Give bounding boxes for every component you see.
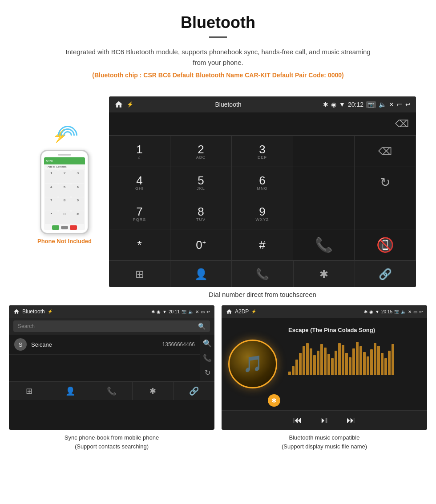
- phonebook-android-screen: Bluetooth ⚡ ✱ ◉ ▼ 20:11 📷 🔈 ✕ ▭ ↩: [9, 305, 214, 430]
- pb-status-bar: Bluetooth ⚡ ✱ ◉ ▼ 20:11 📷 🔈 ✕ ▭ ↩: [9, 305, 214, 318]
- pb-nav-contacts[interactable]: 👤: [50, 382, 92, 400]
- call-green-button[interactable]: 📞: [293, 229, 355, 260]
- eq-bar: [306, 343, 309, 375]
- end-call-icon: 📵: [376, 236, 394, 253]
- pb-right-icons: 🔍 📞 ↻: [200, 335, 214, 381]
- call-red-button[interactable]: 📵: [355, 229, 416, 260]
- dial-key-0[interactable]: 0+: [170, 229, 232, 260]
- dial-key-3[interactable]: 3 DEF: [232, 136, 293, 167]
- specs-text: (Bluetooth chip : CSR BC6 Default Blueto…: [27, 72, 409, 79]
- phone-dial-grid: 1 2 3 4 5 6 7 8 9 * 0 #: [44, 169, 85, 225]
- pb-list-area: S Seicane 13566664466 🔍 📞 ↻: [9, 335, 214, 381]
- title-divider: [209, 36, 227, 38]
- refresh-icon: ↻: [380, 175, 390, 190]
- music-song-title: Escape (The Pina Colada Song): [288, 327, 423, 333]
- dial-key-2[interactable]: 2 ABC: [170, 136, 232, 167]
- pb-nav-dialpad[interactable]: ⊞: [9, 382, 50, 400]
- pb-nav-link[interactable]: 🔗: [174, 382, 214, 400]
- music-vol-icon: 🔈: [401, 309, 406, 314]
- dial-key-4[interactable]: 4 GHI: [109, 167, 170, 198]
- phone-call-btn: [52, 225, 59, 230]
- dial-backspace-key[interactable]: ⌫: [355, 136, 416, 167]
- phone-image: M:20 + Add to Contacts 1 2 3 4 5 6 7 8 9…: [40, 150, 89, 234]
- pb-search-bar: Search 🔍: [9, 318, 214, 335]
- eq-bar: [295, 360, 298, 375]
- eq-bar: [359, 346, 362, 375]
- dial-empty-3: [293, 198, 355, 229]
- dial-key-hash[interactable]: #: [232, 229, 293, 260]
- eq-bar: [320, 344, 323, 375]
- music-back-icon: ↩: [419, 309, 423, 314]
- phone-dial-cell: 7: [45, 197, 58, 211]
- eq-bar: [356, 342, 359, 375]
- eq-bar: [335, 351, 337, 375]
- pb-home-icon: [13, 308, 20, 315]
- status-left: ⚡: [114, 100, 133, 109]
- phonebook-screen-wrap: Bluetooth ⚡ ✱ ◉ ▼ 20:11 📷 🔈 ✕ ▭ ↩: [9, 305, 214, 451]
- pb-vol-icon: 🔈: [188, 309, 194, 314]
- home-icon: [114, 100, 123, 109]
- eq-bar: [342, 345, 344, 375]
- pb-rect-icon: ▭: [201, 309, 205, 314]
- dial-key-8[interactable]: 8 TUV: [170, 198, 232, 229]
- dial-key-1[interactable]: 1 ⌂: [109, 136, 170, 167]
- dial-status-bar: ⚡ Bluetooth ✱ ◉ ▼ 20:12 📷 🔈 ✕ ▭ ↩: [109, 96, 416, 112]
- play-pause-button[interactable]: ⏯: [320, 415, 329, 425]
- music-album-art: 🎵: [228, 340, 277, 388]
- pb-wifi-icon: ▼: [162, 309, 167, 314]
- page-header: Bluetooth Integrated with BC6 Bluetooth …: [0, 0, 436, 96]
- nav-bluetooth[interactable]: ✱: [294, 261, 355, 287]
- eq-bar: [381, 353, 384, 375]
- dial-key-star[interactable]: *: [109, 229, 170, 260]
- music-album-area: 🎵 ✱: [222, 318, 284, 410]
- phone-dial-cell: 5: [58, 184, 71, 197]
- next-button[interactable]: ⏭: [347, 415, 355, 425]
- eq-bar: [363, 352, 366, 375]
- status-right: ✱ ◉ ▼ 20:12 📷 🔈 ✕ ▭ ↩: [323, 101, 411, 108]
- back-icon: ↩: [405, 101, 411, 108]
- pb-call-side-icon[interactable]: 📞: [203, 354, 212, 362]
- dial-key-6[interactable]: 6 MNO: [232, 167, 293, 198]
- nav-dialpad[interactable]: ⊞: [109, 261, 170, 287]
- eq-bar: [370, 349, 373, 375]
- eq-bar: [324, 348, 327, 375]
- pb-status-left: Bluetooth ⚡: [13, 308, 52, 315]
- time-display: 20:12: [348, 101, 363, 108]
- dial-key-7[interactable]: 7 PQRS: [109, 198, 170, 229]
- pb-search-side-icon[interactable]: 🔍: [203, 339, 212, 348]
- phone-dial-cell: 3: [71, 170, 84, 184]
- nav-contacts[interactable]: 👤: [170, 261, 232, 287]
- dial-key-9[interactable]: 9 WXYZ: [232, 198, 293, 229]
- phone-dial-cell: #: [71, 211, 84, 224]
- backspace-button[interactable]: ⌫: [395, 118, 409, 130]
- eq-bar: [327, 354, 330, 375]
- dial-refresh-key[interactable]: ↻: [355, 167, 416, 198]
- pb-contact-number: 13566664466: [162, 341, 195, 348]
- prev-button[interactable]: ⏮: [293, 415, 302, 425]
- pb-contact-row[interactable]: S Seicane 13566664466: [9, 335, 200, 355]
- music-x-icon: ✕: [408, 309, 412, 314]
- pb-nav-bt[interactable]: ✱: [133, 382, 174, 400]
- volume-icon: 🔈: [379, 101, 386, 108]
- music-cam-icon: 📷: [394, 309, 399, 314]
- pb-contacts-main: S Seicane 13566664466: [9, 335, 200, 381]
- music-status-bar: A2DP ⚡ ✱ ◉ ▼ 20:15 📷 🔈 ✕ ▭ ↩: [222, 305, 427, 318]
- music-time: 20:15: [381, 309, 392, 314]
- pb-app-title: Bluetooth: [22, 308, 45, 315]
- pb-nav-phone[interactable]: 📞: [91, 382, 133, 400]
- pb-time: 20:11: [169, 309, 180, 314]
- phone-dial-cell: 0: [58, 211, 71, 224]
- eq-bar: [388, 351, 391, 375]
- pb-bottom-nav: ⊞ 👤 📞 ✱ 🔗: [9, 381, 214, 400]
- phone-dial-cell: 9: [71, 197, 84, 211]
- pb-refresh-side-icon[interactable]: ↻: [205, 368, 210, 377]
- nav-phone[interactable]: 📞: [232, 261, 293, 287]
- dial-display: ⌫: [109, 112, 416, 136]
- pb-search-field[interactable]: Search 🔍: [13, 320, 210, 332]
- eq-bar: [317, 351, 319, 375]
- dial-keypad: 1 ⌂ 2 ABC 3 DEF ⌫ 4 GHI 5 JKL: [109, 136, 416, 260]
- call-icon: 📞: [315, 236, 333, 253]
- dial-key-5[interactable]: 5 JKL: [170, 167, 232, 198]
- nav-link[interactable]: 🔗: [355, 261, 416, 287]
- eq-bars: [288, 340, 423, 375]
